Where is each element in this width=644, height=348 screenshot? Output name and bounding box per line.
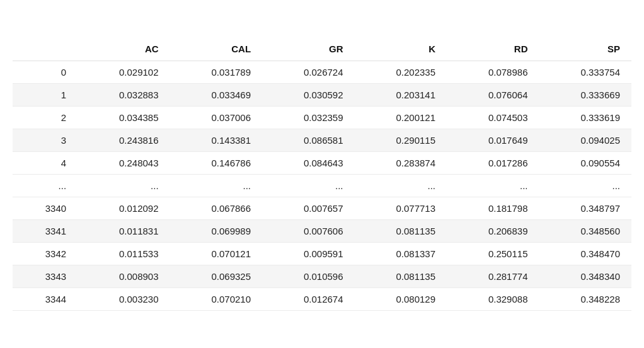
cell-SP: 0.090554 [539,152,632,175]
cell-RD: 0.017286 [447,152,539,175]
col-header-index [13,37,78,61]
cell-CAL: 0.146786 [170,152,262,175]
table-row: 30.2438160.1433810.0865810.2901150.01764… [13,129,631,152]
cell-GR: 0.007606 [262,220,354,243]
cell-AC: 0.003230 [78,288,170,311]
cell-RD: 0.281774 [447,265,539,288]
cell-index: 0 [13,61,78,84]
cell-index: 4 [13,152,78,175]
cell-RD: 0.206839 [447,220,539,243]
cell-CAL: 0.070210 [170,288,262,311]
col-header-SP: SP [539,37,632,61]
cell-index: 1 [13,84,78,107]
cell-RD: 0.181798 [447,197,539,220]
table-row: 10.0328830.0334690.0305920.2031410.07606… [13,84,631,107]
cell-SP: 0.333669 [539,84,632,107]
cell-GR: 0.030592 [262,84,354,107]
cell-AC: 0.243816 [78,129,170,152]
cell-AC: 0.011831 [78,220,170,243]
table-row: ..................... [13,175,631,197]
cell-K: 0.290115 [355,129,447,152]
cell-RD: 0.329088 [447,288,539,311]
cell-K: 0.202335 [355,61,447,84]
cell-RD: 0.076064 [447,84,539,107]
cell-K: 0.081337 [355,243,447,265]
cell-SP: ... [539,175,632,197]
cell-K: 0.283874 [355,152,447,175]
data-table: AC CAL GR K RD SP 00.0291020.0317890.026… [13,37,631,311]
cell-GR: 0.007657 [262,197,354,220]
cell-AC: 0.029102 [78,61,170,84]
cell-AC: 0.248043 [78,152,170,175]
cell-CAL: ... [170,175,262,197]
cell-index: ... [13,175,78,197]
cell-GR: 0.012674 [262,288,354,311]
cell-AC: 0.008903 [78,265,170,288]
cell-GR: 0.026724 [262,61,354,84]
cell-CAL: 0.069325 [170,265,262,288]
table-row: 33410.0118310.0699890.0076060.0811350.20… [13,220,631,243]
cell-RD: ... [447,175,539,197]
col-header-K: K [355,37,447,61]
table-row: 00.0291020.0317890.0267240.2023350.07898… [13,61,631,84]
cell-GR: 0.084643 [262,152,354,175]
cell-index: 3341 [13,220,78,243]
table-row: 33400.0120920.0678660.0076570.0777130.18… [13,197,631,220]
cell-RD: 0.250115 [447,243,539,265]
cell-RD: 0.074503 [447,107,539,129]
cell-CAL: 0.037006 [170,107,262,129]
table-row: 40.2480430.1467860.0846430.2838740.01728… [13,152,631,175]
cell-GR: 0.086581 [262,129,354,152]
cell-K: 0.203141 [355,84,447,107]
cell-SP: 0.348560 [539,220,632,243]
table-header-row: AC CAL GR K RD SP [13,37,631,61]
cell-AC: 0.032883 [78,84,170,107]
cell-index: 3342 [13,243,78,265]
cell-SP: 0.333619 [539,107,632,129]
cell-GR: 0.009591 [262,243,354,265]
cell-GR: 0.032359 [262,107,354,129]
cell-K: 0.200121 [355,107,447,129]
cell-RD: 0.078986 [447,61,539,84]
cell-SP: 0.348797 [539,197,632,220]
cell-SP: 0.094025 [539,129,632,152]
cell-AC: 0.012092 [78,197,170,220]
table-row: 33440.0032300.0702100.0126740.0801290.32… [13,288,631,311]
table-row: 33430.0089030.0693250.0105960.0811350.28… [13,265,631,288]
cell-AC: ... [78,175,170,197]
cell-K: 0.081135 [355,265,447,288]
table-row: 20.0343850.0370060.0323590.2001210.07450… [13,107,631,129]
cell-K: 0.077713 [355,197,447,220]
cell-K: ... [355,175,447,197]
cell-GR: 0.010596 [262,265,354,288]
col-header-GR: GR [262,37,354,61]
cell-CAL: 0.033469 [170,84,262,107]
cell-index: 2 [13,107,78,129]
cell-K: 0.081135 [355,220,447,243]
cell-SP: 0.348470 [539,243,632,265]
col-header-AC: AC [78,37,170,61]
cell-index: 3344 [13,288,78,311]
cell-SP: 0.348228 [539,288,632,311]
col-header-RD: RD [447,37,539,61]
cell-CAL: 0.070121 [170,243,262,265]
cell-CAL: 0.067866 [170,197,262,220]
cell-CAL: 0.143381 [170,129,262,152]
cell-index: 3340 [13,197,78,220]
table-row: 33420.0115330.0701210.0095910.0813370.25… [13,243,631,265]
col-header-CAL: CAL [170,37,262,61]
cell-index: 3343 [13,265,78,288]
cell-index: 3 [13,129,78,152]
cell-SP: 0.333754 [539,61,632,84]
cell-CAL: 0.069989 [170,220,262,243]
cell-AC: 0.034385 [78,107,170,129]
cell-GR: ... [262,175,354,197]
cell-AC: 0.011533 [78,243,170,265]
cell-CAL: 0.031789 [170,61,262,84]
cell-RD: 0.017649 [447,129,539,152]
table-container: AC CAL GR K RD SP 00.0291020.0317890.026… [0,31,644,317]
cell-SP: 0.348340 [539,265,632,288]
cell-K: 0.080129 [355,288,447,311]
